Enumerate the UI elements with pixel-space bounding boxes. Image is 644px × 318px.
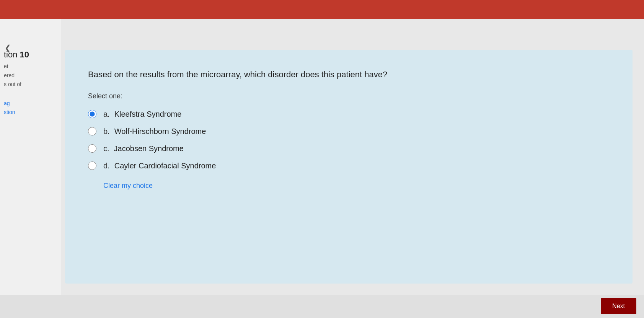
question-number: 10 xyxy=(20,50,29,59)
option-a-letter: a. xyxy=(103,110,110,119)
option-b-letter: b. xyxy=(103,127,110,136)
sidebar-marks-out-of: s out of xyxy=(4,81,57,88)
question-panel: Based on the results from the microarray… xyxy=(65,50,633,284)
sidebar-question-link[interactable]: stion xyxy=(4,109,57,116)
radio-c[interactable] xyxy=(88,144,96,153)
sidebar-flag[interactable]: ag xyxy=(4,100,57,108)
option-a-text: Kleefstra Syndrome xyxy=(114,110,182,119)
option-b[interactable]: b. Wolf-Hirschborn Syndrome xyxy=(88,127,610,136)
sidebar: ❮ tion 10 et ered s out of ag stion xyxy=(0,19,61,318)
option-a[interactable]: a. Kleefstra Syndrome xyxy=(88,110,610,119)
clear-choice-button[interactable]: Clear my choice xyxy=(103,182,153,190)
option-d-letter: d. xyxy=(103,161,110,170)
option-c[interactable]: c. Jacobsen Syndrome xyxy=(88,144,610,153)
option-c-letter: c. xyxy=(103,144,109,153)
radio-a[interactable] xyxy=(88,110,96,118)
question-text: Based on the results from the microarray… xyxy=(88,69,610,81)
option-b-text: Wolf-Hirschborn Syndrome xyxy=(114,127,206,136)
select-one-label: Select one: xyxy=(88,92,610,100)
option-c-text: Jacobsen Syndrome xyxy=(114,144,184,153)
radio-b[interactable] xyxy=(88,127,96,135)
options-list: a. Kleefstra Syndrome b. Wolf-Hirschborn… xyxy=(88,110,610,170)
bottom-bar: Next xyxy=(0,295,644,318)
top-bar xyxy=(0,0,644,19)
back-arrow[interactable]: ❮ xyxy=(2,40,13,55)
sidebar-status-answered: ered xyxy=(4,72,57,80)
radio-d[interactable] xyxy=(88,161,96,170)
sidebar-status-not-yet: et xyxy=(4,63,57,70)
option-d[interactable]: d. Cayler Cardiofacial Syndrome xyxy=(88,161,610,170)
next-button[interactable]: Next xyxy=(601,298,636,314)
option-d-text: Cayler Cardiofacial Syndrome xyxy=(114,161,216,170)
